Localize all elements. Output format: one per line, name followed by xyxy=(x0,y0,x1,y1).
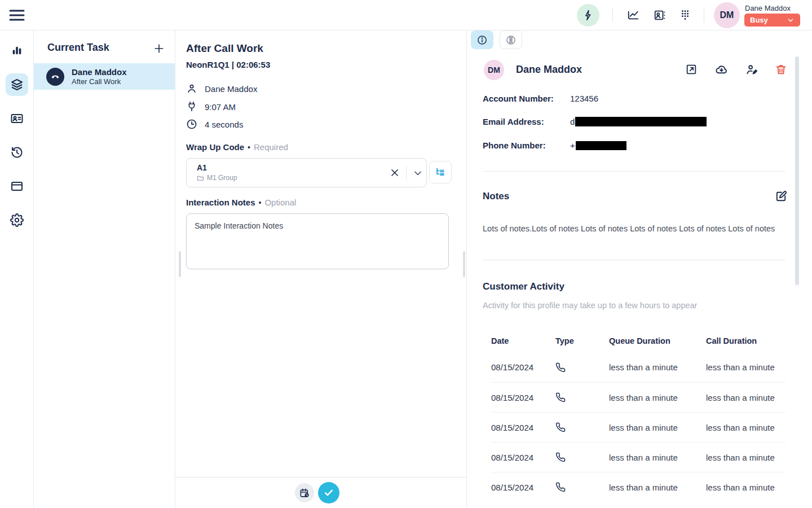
activity-table: Date Type Queue Duration Call Duration 0… xyxy=(491,330,785,502)
email-address-value: d xyxy=(570,117,707,126)
column-queue-duration: Queue Duration xyxy=(609,336,706,345)
add-task-button[interactable] xyxy=(153,43,165,54)
redaction-bar xyxy=(576,141,626,150)
email-address-row: Email Address: d xyxy=(483,117,707,126)
chevron-down-icon[interactable] xyxy=(412,168,423,179)
browse-codes-button[interactable] xyxy=(429,161,452,183)
person-icon xyxy=(186,83,197,94)
status-label: Busy xyxy=(750,16,768,24)
selected-group: M1 Group xyxy=(207,174,237,182)
sidebar-item-contacts[interactable] xyxy=(6,107,28,130)
activity-date: 08/15/2024 xyxy=(491,393,555,402)
user-name: Dane Maddox xyxy=(745,4,791,12)
activity-call-duration: less than a minute xyxy=(706,393,785,402)
sidebar-item-settings[interactable] xyxy=(6,209,28,231)
tab-contact-info[interactable] xyxy=(471,30,493,49)
quick-actions-button[interactable] xyxy=(577,4,599,27)
duration-row: 4 seconds xyxy=(186,119,243,130)
call-type-icon xyxy=(555,482,609,492)
tree-list-icon xyxy=(435,167,446,178)
edit-contact-icon[interactable] xyxy=(745,63,758,76)
notes-title: Notes xyxy=(483,191,509,202)
browser-window-icon xyxy=(10,179,24,193)
queue-and-timer: NeonR1Q1 | 02:06:53 xyxy=(186,60,270,69)
topbar-divider xyxy=(704,8,704,22)
menu-icon[interactable] xyxy=(9,8,25,22)
activity-row[interactable]: 08/15/2024 less than a minute less than … xyxy=(491,382,785,412)
customer-activity-subtitle: Activity for this profile may take up to… xyxy=(483,301,697,310)
panel-resize-handle-left[interactable] xyxy=(179,251,181,277)
reports-chart-icon[interactable] xyxy=(627,9,639,21)
chevron-down-icon xyxy=(787,16,795,24)
activity-queue-duration: less than a minute xyxy=(609,453,706,462)
section-divider xyxy=(483,171,785,172)
activity-row[interactable]: 08/15/2024 less than a minute less than … xyxy=(491,472,785,502)
sidebar-item-queues[interactable] xyxy=(6,73,28,96)
sidebar-item-history[interactable] xyxy=(6,141,28,164)
task-call-avatar xyxy=(46,68,64,86)
lightning-icon xyxy=(582,10,594,21)
contact-panel: DM Dane Maddox Account Number: 123456 Em… xyxy=(467,30,812,508)
interaction-notes-label: Interaction Notes xyxy=(186,198,255,207)
activity-call-duration: less than a minute xyxy=(706,453,785,462)
phone-prefix: + xyxy=(570,141,575,150)
phone-handset-icon xyxy=(50,72,60,82)
panel-resize-handle-right[interactable] xyxy=(463,251,465,277)
select-divider xyxy=(406,167,407,180)
status-selector[interactable]: Busy xyxy=(744,14,800,27)
email-address-label: Email Address: xyxy=(483,117,570,126)
clear-selection-icon[interactable] xyxy=(389,167,401,179)
navigation-rail xyxy=(0,30,34,508)
activity-date: 08/15/2024 xyxy=(491,362,555,372)
contacts-directory-icon[interactable] xyxy=(654,9,666,21)
sidebar-item-dashboard[interactable] xyxy=(6,40,28,62)
brain-icon xyxy=(505,34,517,46)
wrap-up-code-select[interactable]: A1 M1 Group xyxy=(186,158,427,187)
optional-hint: Optional xyxy=(264,198,296,207)
activity-call-duration: less than a minute xyxy=(706,423,785,432)
current-task-panel: Current Task Dane Maddox After Call Work xyxy=(34,30,175,508)
notes-text: Lots of notes.Lots of notes Lots of note… xyxy=(483,224,782,233)
activity-call-duration: less than a minute xyxy=(706,483,785,492)
task-detail-title: After Call Work xyxy=(186,42,263,55)
delete-contact-icon[interactable] xyxy=(775,63,787,76)
current-task-title: Current Task xyxy=(47,42,109,54)
call-type-icon xyxy=(555,392,609,402)
bar-chart-icon xyxy=(11,45,23,57)
user-avatar[interactable]: DM xyxy=(714,2,740,28)
info-icon xyxy=(476,34,488,46)
task-list-item[interactable]: Dane Maddox After Call Work xyxy=(34,63,175,90)
activity-table-header: Date Type Queue Duration Call Duration xyxy=(491,330,785,352)
redaction-bar xyxy=(575,117,707,126)
activity-row[interactable]: 08/15/2024 less than a minute less than … xyxy=(491,412,785,442)
plug-icon xyxy=(186,101,197,112)
activity-queue-duration: less than a minute xyxy=(609,362,706,372)
column-call-duration: Call Duration xyxy=(706,336,785,345)
call-type-icon xyxy=(555,422,609,432)
bullet-separator: • xyxy=(248,143,250,152)
schedule-callback-button[interactable] xyxy=(295,483,314,502)
start-time-text: 9:07 AM xyxy=(205,102,236,112)
start-time-row: 9:07 AM xyxy=(186,101,236,112)
check-icon xyxy=(323,487,334,498)
dialpad-icon[interactable] xyxy=(679,9,691,21)
complete-task-button[interactable] xyxy=(318,482,339,503)
activity-call-duration: less than a minute xyxy=(706,362,785,372)
top-bar: DM Dane Maddox Busy xyxy=(0,0,812,30)
panel-scrollbar[interactable] xyxy=(795,56,799,285)
tab-insights[interactable] xyxy=(500,30,522,49)
account-number-value: 123456 xyxy=(570,94,598,103)
activity-row[interactable]: 08/15/2024 less than a minute less than … xyxy=(491,442,785,472)
activity-row[interactable]: 08/15/2024 less than a minute less than … xyxy=(491,352,785,382)
sidebar-item-workspace[interactable] xyxy=(6,175,28,198)
wrap-up-code-label-row: Wrap Up Code • Required xyxy=(186,142,288,152)
gear-icon xyxy=(10,213,24,227)
interaction-notes-input[interactable]: Sample Interaction Notes xyxy=(186,213,449,269)
download-cloud-icon[interactable] xyxy=(715,63,727,76)
required-hint: Required xyxy=(254,142,288,152)
edit-notes-icon[interactable] xyxy=(775,190,787,202)
open-in-new-icon[interactable] xyxy=(685,63,698,76)
selected-code: A1 xyxy=(197,163,207,172)
column-type: Type xyxy=(555,336,609,345)
bullet-separator: • xyxy=(259,198,262,207)
